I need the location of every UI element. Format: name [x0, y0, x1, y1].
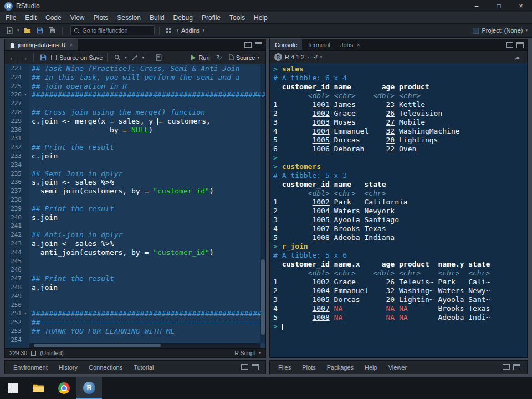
pane-maximize-button[interactable] [252, 364, 259, 370]
code-line[interactable]: 241 [5, 222, 265, 231]
close-button[interactable]: × [510, 0, 532, 12]
panes-grid-icon[interactable] [164, 25, 174, 35]
pane-minimize-button[interactable] [241, 364, 248, 370]
code-line[interactable]: 225## join operation in R [5, 82, 265, 91]
menu-file[interactable]: File [1, 12, 21, 23]
code-line[interactable]: 251▾####################################… [5, 309, 265, 318]
minimize-button[interactable]: – [466, 0, 488, 12]
menu-debug[interactable]: Debug [169, 12, 197, 23]
panes-caret-icon[interactable]: ▾ [177, 28, 179, 33]
rstudio-button[interactable]: R [76, 377, 102, 399]
close-tab-icon[interactable]: × [357, 42, 360, 48]
console-output[interactable]: > sales# A tibble: 6 x 4 customer_id nam… [270, 63, 527, 357]
pane-tab-tutorial[interactable]: Tutorial [129, 364, 158, 371]
code-tools-wand-icon[interactable] [130, 53, 140, 63]
menu-profile[interactable]: Profile [197, 12, 225, 23]
code-line[interactable]: 242## Anti-join in dplyr [5, 231, 265, 239]
menu-tools[interactable]: Tools [225, 12, 249, 23]
save-all-button[interactable] [48, 25, 58, 35]
run-button[interactable]: Run [188, 54, 212, 62]
code-line[interactable]: 243a.join <- sales %>% [5, 239, 265, 248]
pane-maximize-button[interactable] [255, 42, 262, 48]
clear-console-icon[interactable] [513, 52, 523, 62]
open-file-button[interactable] [22, 25, 32, 35]
save-icon[interactable] [38, 53, 48, 63]
source-on-save-checkbox[interactable] [51, 55, 57, 60]
addins-caret-icon[interactable]: ▾ [203, 28, 205, 33]
file-type-label[interactable]: R Script [234, 350, 255, 356]
code-line[interactable]: 248a.join [5, 283, 265, 292]
editor-tab[interactable]: joining-data-in-r.R × [5, 39, 78, 50]
tab-terminal[interactable]: Terminal [302, 39, 335, 50]
pane-minimize-button[interactable] [506, 42, 513, 48]
working-directory-caret-icon[interactable]: ▾ [320, 55, 323, 59]
menu-edit[interactable]: Edit [21, 12, 41, 23]
section-navigator-icon[interactable] [31, 351, 36, 356]
code-line[interactable]: 233c.join [5, 152, 265, 161]
horizontal-scrollbar[interactable] [34, 344, 161, 347]
forward-icon[interactable]: → [20, 54, 29, 62]
tab-jobs[interactable]: Jobs× [335, 39, 365, 50]
pane-tab-help[interactable]: Help [360, 364, 382, 371]
chrome-button[interactable] [51, 377, 76, 399]
working-directory-label[interactable]: ~/ [312, 54, 317, 60]
menu-session[interactable]: Session [112, 12, 145, 23]
code-line[interactable]: 231 [5, 134, 265, 143]
fold-arrow-icon[interactable]: ▾ [22, 90, 29, 99]
new-file-caret-icon[interactable]: ▾ [17, 28, 19, 33]
code-line[interactable]: 235## Semi Join in dplyr [5, 170, 265, 178]
goto-file-input[interactable]: Go to file/function [70, 25, 155, 35]
pane-tab-environment[interactable]: Environment [8, 364, 53, 371]
code-line[interactable]: 224## In this task, you will perform the… [5, 73, 265, 82]
source-button[interactable]: Source ▾ [226, 54, 262, 62]
addins-button[interactable]: Addins [181, 27, 200, 34]
save-button[interactable] [35, 25, 45, 35]
pane-maximize-button[interactable] [513, 364, 520, 370]
find-caret-icon[interactable]: ▾ [125, 55, 127, 60]
code-line[interactable]: 237 semi_join(customers, by = "customer_… [5, 187, 265, 196]
pane-tab-history[interactable]: History [54, 364, 83, 371]
code-line[interactable]: 240s.join [5, 213, 265, 222]
code-line[interactable]: 244 anti_join(customers, by = "customer_… [5, 248, 265, 257]
editor-vertical-scroll-track[interactable] [260, 64, 265, 343]
code-line[interactable]: 227 [5, 99, 265, 108]
code-line[interactable]: 246 [5, 265, 265, 274]
code-line[interactable]: 252##-----------------------------------… [5, 318, 265, 327]
new-file-button[interactable] [4, 25, 14, 35]
fold-arrow-icon[interactable]: ▾ [22, 309, 29, 318]
menu-build[interactable]: Build [145, 12, 169, 23]
find-replace-icon[interactable] [112, 53, 122, 63]
menu-plots[interactable]: Plots [89, 12, 113, 23]
code-line[interactable]: 229c.join <- merge(x = sales, y = custom… [5, 117, 265, 126]
code-line[interactable]: 245 [5, 257, 265, 266]
r-version-label[interactable]: R 4.1.2 [285, 54, 304, 60]
file-explorer-button[interactable] [25, 377, 51, 399]
code-line[interactable]: 239## Print the result [5, 204, 265, 213]
editor-horizontal-scroll-track[interactable] [29, 343, 260, 348]
code-line[interactable]: 249 [5, 292, 265, 301]
code-line[interactable]: 247## Print the result [5, 274, 265, 283]
code-line[interactable]: 238 [5, 196, 265, 204]
section-label[interactable]: (Untitled) [40, 350, 64, 356]
pane-minimize-button[interactable] [503, 364, 510, 370]
pane-tab-connections[interactable]: Connections [84, 364, 127, 371]
pane-maximize-button[interactable] [516, 42, 524, 48]
code-line[interactable]: 232## Print the result [5, 143, 265, 152]
start-button[interactable] [0, 377, 25, 399]
code-editor[interactable]: 223## Task Nine (Practice): Cross, Semi … [5, 64, 265, 348]
pane-tab-files[interactable]: Files [273, 364, 296, 371]
code-line[interactable]: 234 [5, 161, 265, 170]
code-tools-caret-icon[interactable]: ▾ [142, 55, 145, 60]
project-button[interactable]: Project: (None) ▾ [472, 27, 528, 34]
code-line[interactable]: 223## Task Nine (Practice): Cross, Semi … [5, 64, 265, 73]
file-type-caret-icon[interactable]: ▾ [259, 351, 261, 355]
code-line[interactable]: 230 by = NULL) [5, 126, 265, 135]
code-line[interactable]: 236s.join <- sales %>% [5, 178, 265, 187]
code-line[interactable]: 228## Cross join using the merge() funct… [5, 108, 265, 117]
code-line[interactable]: 253## THANK YOU FOR LEARNING WITH ME [5, 327, 265, 336]
code-line[interactable]: 250 [5, 301, 265, 310]
vertical-scrollbar[interactable] [261, 259, 265, 335]
maximize-button[interactable]: □ [488, 0, 510, 12]
pane-tab-viewer[interactable]: Viewer [383, 364, 412, 371]
back-icon[interactable]: ← [8, 54, 17, 62]
